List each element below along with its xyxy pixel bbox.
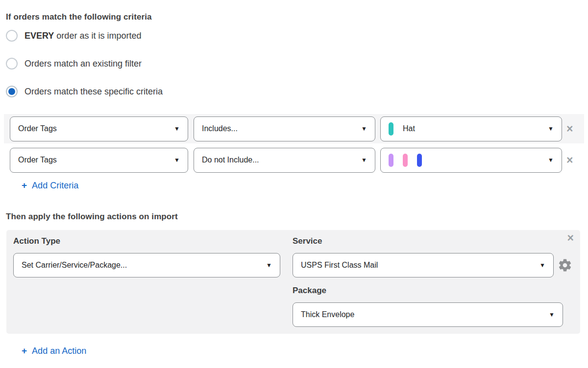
service-settings-button[interactable]: [558, 258, 572, 273]
service-label: Service: [293, 236, 322, 246]
select-value: USPS First Class Mail: [301, 261, 378, 270]
criteria-field-select[interactable]: Order Tags ▼: [10, 148, 188, 173]
criteria-row: Order Tags ▼ Do not Include... ▼ ▼ ×: [4, 145, 584, 175]
criteria-section-heading: If orders match the following criteria: [6, 12, 152, 22]
radio-option-existing-filter[interactable]: Orders match an existing filter: [6, 58, 142, 69]
select-value: Do not Include...: [202, 156, 259, 164]
service-select[interactable]: USPS First Class Mail ▼: [293, 253, 554, 277]
radio-option-label: Orders match these specific criteria: [24, 86, 163, 97]
remove-criteria-icon[interactable]: ×: [566, 123, 573, 135]
plus-icon: +: [22, 180, 27, 191]
criteria-tags-select[interactable]: Hat ▼: [380, 116, 562, 141]
caret-down-icon: ▼: [548, 125, 554, 132]
radio-label-text: order as it is imported: [54, 31, 141, 41]
radio-button[interactable]: [6, 30, 18, 42]
add-action-button[interactable]: + Add an Action: [22, 345, 86, 356]
radio-button[interactable]: [6, 58, 18, 69]
radio-option-label: Orders match an existing filter: [24, 58, 142, 69]
radio-option-specific-criteria[interactable]: Orders match these specific criteria: [6, 86, 163, 97]
radio-option-label: EVERY order as it is imported: [24, 30, 141, 42]
actions-section-heading: Then apply the following actions on impo…: [6, 212, 178, 222]
caret-down-icon: ▼: [361, 125, 367, 132]
select-value: Thick Envelope: [301, 310, 354, 319]
action-type-select[interactable]: Set Carrier/Service/Package... ▼: [13, 253, 280, 277]
gear-icon: [558, 258, 572, 273]
caret-down-icon: ▼: [266, 262, 272, 269]
tag-chip-list: Hat: [389, 122, 415, 136]
criteria-operator-select[interactable]: Includes... ▼: [194, 116, 375, 141]
plus-icon: +: [22, 345, 27, 356]
automation-rule-editor: If orders match the following criteria E…: [0, 0, 588, 368]
caret-down-icon: ▼: [548, 157, 554, 163]
tag-label: Hat: [403, 124, 415, 133]
remove-action-icon[interactable]: ×: [567, 232, 574, 244]
radio-option-every-order[interactable]: EVERY order as it is imported: [6, 30, 141, 42]
select-value: Set Carrier/Service/Package...: [22, 261, 127, 270]
package-select[interactable]: Thick Envelope ▼: [293, 302, 563, 327]
action-type-label: Action Type: [13, 236, 60, 246]
add-criteria-button[interactable]: + Add Criteria: [22, 180, 78, 191]
tag-chip-list: [389, 154, 422, 167]
tag-color-chip: [389, 122, 393, 136]
tag-color-chip: [389, 154, 393, 167]
package-label: Package: [293, 286, 326, 296]
caret-down-icon: ▼: [361, 157, 367, 163]
action-card: Action Type Set Carrier/Service/Package.…: [6, 230, 580, 334]
criteria-row: Order Tags ▼ Includes... ▼ Hat ▼ ×: [4, 114, 584, 143]
add-action-label: Add an Action: [32, 346, 86, 356]
select-value: Order Tags: [18, 124, 57, 133]
radio-button[interactable]: [6, 86, 18, 97]
criteria-field-select[interactable]: Order Tags ▼: [10, 116, 188, 141]
select-value: Includes...: [202, 124, 238, 133]
select-value: Order Tags: [18, 156, 57, 164]
caret-down-icon: ▼: [174, 125, 180, 132]
criteria-tags-select[interactable]: ▼: [380, 148, 562, 173]
radio-label-text: Orders match an existing filter: [24, 59, 142, 69]
caret-down-icon: ▼: [174, 157, 180, 163]
tag-color-chip: [417, 154, 422, 167]
add-criteria-label: Add Criteria: [32, 181, 78, 191]
radio-label-bold: EVERY: [24, 31, 54, 41]
remove-criteria-icon[interactable]: ×: [566, 155, 573, 166]
radio-label-text: Orders match these specific criteria: [24, 87, 163, 96]
criteria-operator-select[interactable]: Do not Include... ▼: [194, 148, 375, 173]
caret-down-icon: ▼: [539, 262, 545, 269]
tag-color-chip: [403, 154, 408, 167]
caret-down-icon: ▼: [549, 311, 555, 318]
